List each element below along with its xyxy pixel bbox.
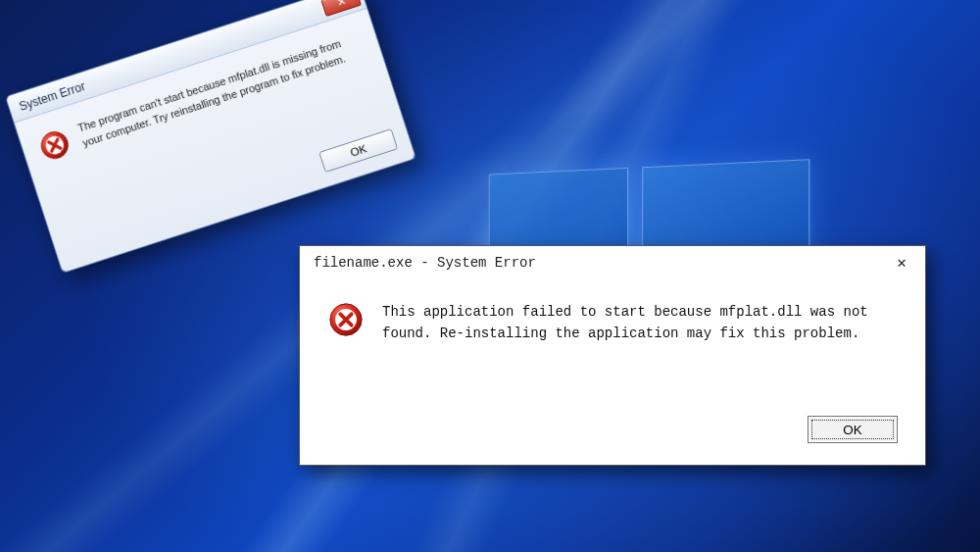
error-dialog-front: filename.exe - System Error ✕ [299,245,926,466]
titlebar[interactable]: filename.exe - System Error ✕ [300,246,925,279]
close-icon: ✕ [897,253,906,273]
error-dialog-back: System Error ✕ [5,0,416,274]
error-icon [327,301,365,338]
ok-button[interactable]: OK [808,416,898,443]
ok-button-label: OK [843,423,862,437]
error-message: This application failed to start because… [382,301,892,345]
ok-button-label: OK [349,142,368,159]
desktop-background: System Error ✕ [0,0,980,552]
close-button[interactable]: ✕ [888,252,915,274]
close-icon: ✕ [335,0,347,9]
ok-button[interactable]: OK [318,128,398,173]
error-icon [35,125,74,165]
window-title: filename.exe - System Error [314,255,536,271]
